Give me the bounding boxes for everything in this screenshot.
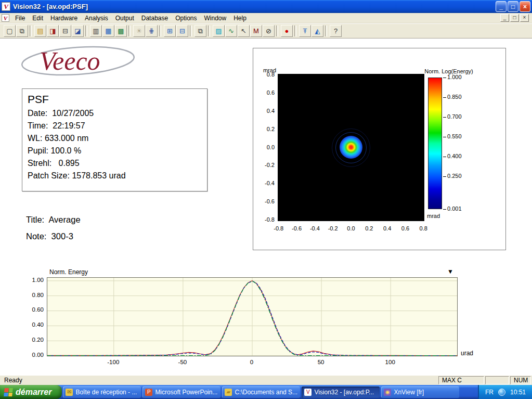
menu-item[interactable]: Window [201,14,230,23]
minimize-button[interactable]: _ [496,1,507,12]
menu-item[interactable]: File [11,14,29,23]
save-file-button[interactable]: ◪ [72,25,84,37]
taskbar-clock[interactable]: 10:51 [510,389,526,396]
task-button-vision32[interactable]: V Vision32 - [av.opd:P... [302,387,380,398]
data-grid-button[interactable]: ▦ [102,25,114,37]
task-label: Microsoft PowerPoin... [155,389,217,396]
profile-y-tick-label: 0.80 [24,292,44,298]
map-y-tick-label: 0.4 [256,108,275,114]
new-file-button[interactable]: ▢ [4,25,16,37]
report-page-icon: ▥ [93,28,99,34]
task-button-inbox[interactable]: ✉ Boîte de réception - ... [63,387,141,398]
open-folder-icon: ▤ [37,28,43,34]
taskbar: démarrer ✉ Boîte de réception - ... P Mi… [0,385,532,399]
map-x-tick-label: 0.6 [398,225,412,231]
surface-map-button[interactable]: ▨ [213,25,225,37]
intensity-sun-icon: ☀ [136,28,142,34]
new-window-button[interactable]: ⧉ [16,25,28,37]
copy-button[interactable]: ⧉ [194,25,206,37]
status-max-indicator: MAX C [438,376,484,384]
task-label: C:\Documents and S... [235,389,297,396]
map-y-tick-label: 0.8 [256,71,275,78]
psf-profile-plot [47,277,458,356]
intensity-button[interactable]: ☀ [133,25,145,37]
psf-info-line: Strehl: 0.895 [28,159,202,168]
vision32-icon: V [304,389,312,396]
windows-logo-icon [4,388,13,396]
task-button-explorer[interactable]: ▰ C:\Documents and S... [222,387,300,398]
profile-y-tick-label: 0.60 [24,306,44,313]
profile-chart-title: Norm. Energy [49,268,88,276]
chart-dropdown-arrow-icon[interactable]: ▼ [447,268,453,275]
menu-item[interactable]: Hardware [47,14,81,23]
database-save-icon: ◨ [49,28,56,34]
psf-info-line: WL: 633.000 nm [28,134,202,143]
mdi-restore-button[interactable]: □ [510,14,519,22]
task-button-powerpoint[interactable]: P Microsoft PowerPoin... [142,387,220,398]
powerpoint-icon: P [145,389,152,396]
clock-tray-icon[interactable] [498,389,505,396]
menu-item[interactable]: Analysis [81,14,112,23]
profile-x-tick-label: -100 [104,359,123,365]
profile-y-tick-label: 1.00 [24,277,44,283]
menu-item[interactable]: Database [138,14,172,23]
status-num-indicator: NUM [510,376,531,384]
save-database-button[interactable]: ◨ [47,25,59,37]
cancel-button[interactable]: ⊘ [263,25,275,37]
map-x-tick-label: 0.0 [344,225,358,231]
language-indicator[interactable]: FR [485,389,494,396]
mask-editor-button[interactable]: M [250,25,262,37]
filter-button[interactable]: Ŧ [299,25,311,37]
colorbar-tick-label: 0.250 [447,173,462,179]
map-y-tick-label: 0.6 [256,89,275,96]
task-label: Vision32 - [av.opd:P... [314,389,374,396]
colorbar-tick-label: 0.550 [447,133,462,139]
start-label: démarrer [16,388,51,397]
help-button[interactable]: ? [330,25,342,37]
mail-icon: ✉ [66,389,73,396]
profile-x-tick-label: 50 [312,359,330,365]
report-grid-button[interactable]: ▩ [115,25,127,37]
map-y-tick-label: -0.2 [256,162,275,168]
results-table-icon: ⊟ [179,28,185,34]
profile-plot-button[interactable]: ∿ [225,25,237,37]
title-bar: V Vision32 - [av.opd:PSF] _ □ × [0,0,532,13]
task-buttons: ✉ Boîte de réception - ... P Microsoft P… [62,387,478,398]
restore-button[interactable]: □ [508,1,518,12]
fringe-button[interactable]: ⋕ [146,25,158,37]
menu-item[interactable]: Edit [29,14,47,23]
measure-table-button[interactable]: ⊞ [164,25,176,37]
task-label: XnView [fr] [394,389,424,396]
colorbar-unit-label: mrad [427,213,440,219]
histogram-button[interactable]: ◭ [312,25,323,37]
close-button[interactable]: × [520,1,530,12]
colorbar-tick-label: 0.700 [447,113,462,120]
start-button[interactable]: démarrer [0,385,62,399]
task-label: Boîte de réception - ... [75,389,137,396]
measure-button[interactable]: ● [281,25,293,37]
filter-t-icon: Ŧ [303,28,307,34]
profile-plot-canvas [47,278,457,356]
pointer-icon: ↖ [241,28,246,34]
psf-title: PSF [28,93,202,106]
results-table-button[interactable]: ⊟ [176,25,188,37]
analyze-button[interactable]: ↖ [238,25,250,37]
map-x-tick-label: -0.4 [307,225,322,231]
window-title: Vision32 - [av.opd:PSF] [13,3,495,10]
vision32-app-icon: V [2,2,10,11]
menu-item[interactable]: Options [172,14,200,23]
new-window-icon: ⧉ [20,28,24,34]
map-y-tick-label: -0.8 [256,216,275,223]
profile-x-tick-label: 0 [242,359,261,365]
mdi-minimize-button[interactable]: _ [500,14,509,22]
colorbar-tick-label: 0.850 [447,94,462,100]
task-button-xnview[interactable]: ◉ XnView [fr] [381,387,459,398]
menu-item[interactable]: Help [230,14,250,23]
fringe-icon: ⋕ [149,28,154,34]
open-file-button[interactable]: ▤ [34,25,46,37]
new-report-button[interactable]: ▥ [90,25,102,37]
print-button[interactable]: ⊟ [59,25,71,37]
mdi-close-button[interactable]: × [520,14,529,22]
toolbar: ▢ ⧉ ▤ ◨ ⊟ ◪ ▥ ▦ ▩ ☀ ⋕ ⊞ ⊟ ⧉ ▨ ∿ ↖ M ⊘ ● … [0,23,532,38]
menu-item[interactable]: Output [112,14,138,23]
